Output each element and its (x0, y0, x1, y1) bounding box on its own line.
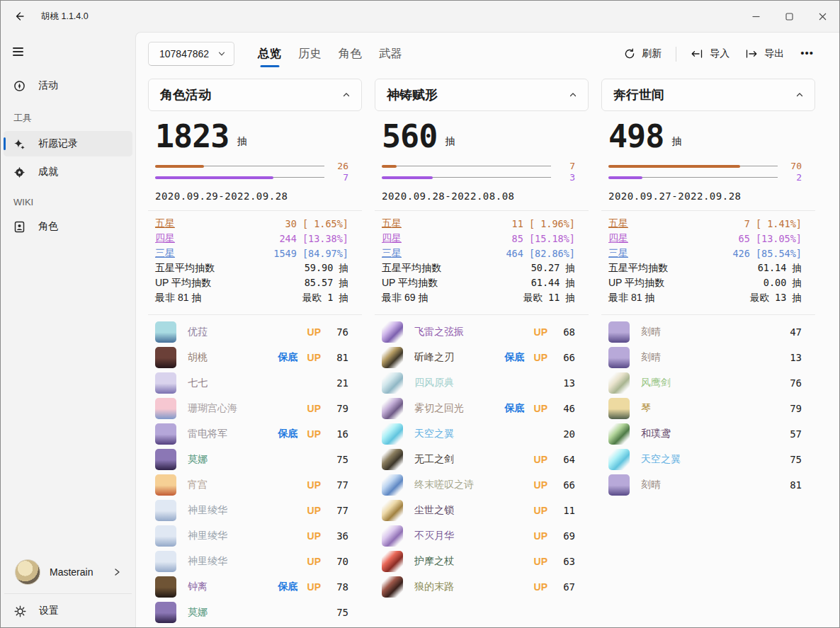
item-pull-count: 78 (330, 581, 348, 593)
list-item: 飞雷之弦振 UP68 (382, 319, 575, 345)
banner-card: 神铸赋形 560 抽 7 3 2020.09.28-2022.08.08 五星 … (375, 79, 589, 625)
item-avatar (382, 500, 403, 521)
item-name: 天空之翼 (414, 428, 547, 440)
date-range: 2020.09.29-2022.09.28 (148, 183, 362, 202)
item-avatar (608, 423, 630, 445)
list-item: 刻晴 81 (608, 472, 802, 498)
sidebar-item-achievements[interactable]: 成就 (4, 159, 132, 185)
item-name: 飞雷之弦振 (414, 326, 525, 338)
total-pulls-unit: 抽 (671, 135, 681, 148)
star-filter-link[interactable]: 三星 (382, 247, 402, 260)
pity-bars: 70 2 (601, 153, 815, 183)
item-name: 刻晴 (641, 351, 774, 364)
refresh-button[interactable]: 刷新 (616, 42, 669, 65)
list-item: 七七 21 (155, 370, 348, 396)
import-button[interactable]: 导入 (683, 42, 737, 65)
item-pull-count: 68 (557, 326, 575, 338)
star-filter-link[interactable]: 四星 (155, 232, 175, 245)
star-filter-link[interactable]: 三星 (155, 247, 175, 260)
export-button[interactable]: 导出 (737, 42, 792, 65)
tab-character[interactable]: 角色 (330, 38, 370, 69)
item-name: 和璞鸢 (641, 428, 774, 440)
pity-bars: 26 7 (148, 153, 362, 183)
item-pull-count: 21 (330, 377, 348, 389)
tab-overview[interactable]: 总览 (249, 38, 290, 69)
list-item: 风鹰剑 76 (608, 370, 802, 396)
chevron-right-icon (113, 568, 121, 576)
gear-icon (13, 605, 27, 617)
uid-select[interactable]: 107847862 (148, 42, 234, 66)
up-badge: UP (534, 352, 547, 363)
item-pull-count: 63 (557, 556, 575, 567)
item-pull-count: 75 (330, 607, 348, 618)
star-filter-link[interactable]: 五星 (382, 217, 402, 230)
item-avatar (155, 525, 176, 547)
item-pull-count: 81 (783, 479, 802, 491)
sidebar-item-wishes[interactable]: 祈愿记录 (4, 131, 132, 156)
sidebar-item-character[interactable]: 角色 (4, 214, 132, 239)
item-pull-count: 57 (783, 428, 802, 440)
star-filter-link[interactable]: 四星 (382, 232, 402, 245)
banner-header[interactable]: 神铸赋形 (375, 79, 589, 111)
item-pull-count: 66 (557, 352, 575, 363)
item-pull-count: 16 (330, 428, 348, 440)
sidebar-item-activity[interactable]: 活动 (4, 73, 132, 98)
item-name: 七七 (188, 377, 321, 389)
up-badge: UP (534, 505, 547, 516)
item-avatar (155, 500, 176, 521)
list-item: 优菈 UP76 (155, 319, 348, 345)
list-item: 不灭月华 UP69 (382, 523, 575, 549)
item-avatar (608, 321, 630, 343)
user-avatar (15, 559, 40, 585)
banner-title: 角色活动 (160, 86, 211, 103)
user-profile-button[interactable]: Masterain (4, 555, 132, 589)
item-avatar (155, 347, 176, 368)
item-pull-count: 79 (330, 403, 348, 414)
guarantee-badge: 保底 (278, 428, 298, 440)
stat-row: 四星 85 [15.18%] (382, 232, 575, 246)
more-button[interactable]: ••• (792, 42, 822, 66)
stat-row: 三星 1549 [84.97%] (155, 246, 348, 261)
list-item: 雷电将军 保底UP16 (155, 421, 348, 447)
banner-header[interactable]: 角色活动 (148, 79, 362, 111)
export-label: 导出 (764, 47, 784, 60)
list-item: 天空之翼 75 (608, 447, 802, 472)
up-badge: UP (534, 454, 547, 465)
star-filter-link[interactable]: 三星 (608, 247, 628, 260)
banner-header[interactable]: 奔行世间 (601, 79, 815, 111)
date-range: 2020.09.28-2022.08.08 (375, 183, 589, 202)
chevron-up-icon (795, 91, 804, 99)
banner-stats: 五星 11 [ 1.96%] 四星 85 [15.18%] 三星 464 [82… (375, 211, 589, 306)
character-card-icon (13, 221, 26, 233)
guarantee-badge: 保底 (278, 581, 298, 593)
stat-row: 最非 69 抽 最欧 11 抽 (382, 291, 575, 306)
item-avatar (382, 474, 403, 496)
close-button[interactable] (806, 1, 839, 32)
stat-row: 四星 244 [13.38%] (155, 232, 348, 246)
maximize-button[interactable] (773, 1, 806, 32)
list-item: 无工之剑 UP64 (382, 447, 575, 472)
star-filter-link[interactable]: 五星 (608, 217, 628, 230)
tab-weapon[interactable]: 武器 (370, 38, 411, 69)
star-filter-link[interactable]: 四星 (608, 232, 628, 245)
tab-bar: 总览 历史 角色 武器 (249, 38, 411, 69)
item-name: 终末嗟叹之诗 (414, 479, 525, 491)
sidebar-item-settings[interactable]: 设置 (4, 598, 132, 624)
nav-menu-button[interactable] (11, 40, 36, 63)
chevron-down-icon (217, 50, 226, 58)
item-name: 神里绫华 (188, 504, 298, 517)
minimize-button[interactable] (739, 1, 773, 32)
item-pull-count: 76 (783, 377, 802, 389)
star-filter-link[interactable]: 五星 (155, 217, 175, 230)
item-pull-count: 75 (330, 454, 348, 465)
four-star-pity-bar: 2 (608, 172, 802, 183)
item-pull-count: 77 (330, 479, 348, 491)
banner-stats: 五星 7 [ 1.41%] 四星 65 [13.05%] 三星 426 [85.… (601, 211, 815, 306)
banner-columns: 角色活动 1823 抽 26 7 2020.09.29-2022.09.28 五… (136, 69, 839, 625)
back-button[interactable] (8, 6, 30, 27)
item-name: 莫娜 (188, 606, 321, 619)
list-item: 四风原典 13 (382, 370, 575, 396)
five-star-pity-bar: 7 (382, 161, 575, 172)
item-avatar (382, 321, 403, 343)
tab-history[interactable]: 历史 (290, 38, 330, 69)
